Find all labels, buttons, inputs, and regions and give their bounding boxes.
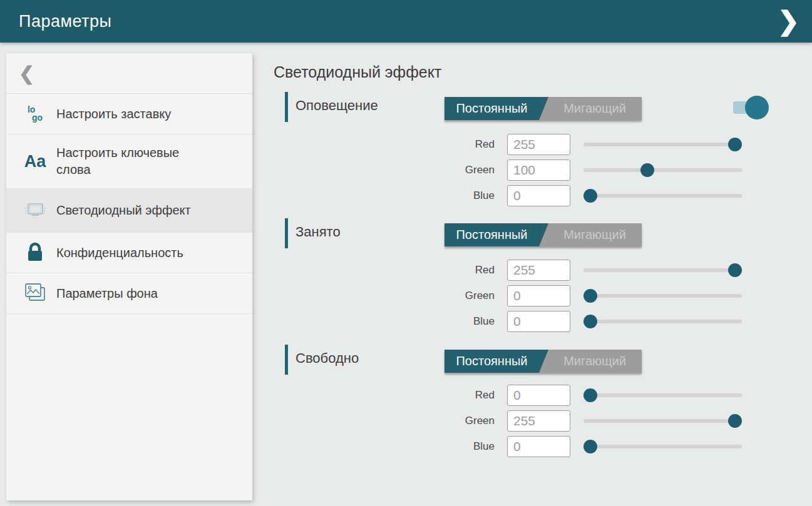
rgb-row-green: Green [438, 410, 751, 432]
green-label: Green [438, 164, 495, 176]
rgb-row-red: Red [438, 260, 751, 281]
slider-track [583, 320, 742, 323]
red-input[interactable] [507, 385, 570, 406]
rgb-row-red: Red [438, 134, 751, 155]
green-label: Green [438, 290, 495, 302]
mode-blinking-button[interactable]: Мигающий [548, 97, 642, 120]
red-label: Red [438, 138, 495, 151]
slider-track [583, 194, 742, 198]
rgb-row-blue: Blue [438, 185, 751, 206]
blue-slider[interactable] [583, 311, 742, 332]
sidebar-item-keywords[interactable]: Aa Настроить ключевые слова [6, 134, 252, 189]
slider-thumb[interactable] [640, 163, 654, 177]
green-input[interactable] [507, 285, 570, 306]
rgb-block-free: Red Green Blue [438, 385, 751, 462]
slider-track [583, 268, 742, 272]
blue-input[interactable] [507, 185, 570, 206]
back-chevron-icon: ❮ [19, 63, 34, 84]
slider-track [583, 168, 742, 172]
sidebar-item-label: Параметры фона [56, 285, 158, 302]
slider-track [583, 294, 742, 298]
logo-icon: logo [22, 101, 48, 127]
blue-slider[interactable] [583, 436, 742, 457]
slider-thumb[interactable] [583, 289, 597, 303]
blue-input[interactable] [507, 311, 570, 332]
slider-track [583, 419, 742, 423]
slider-track [583, 445, 742, 448]
slider-thumb[interactable] [583, 440, 597, 453]
mode-segmented-control: Постоянный Мигающий [445, 97, 642, 120]
red-input[interactable] [507, 260, 570, 281]
background-icon [22, 280, 48, 306]
section-name: Свободно [296, 350, 359, 367]
blue-label: Blue [438, 440, 495, 453]
blue-label: Blue [438, 190, 495, 202]
blue-slider[interactable] [583, 185, 742, 206]
slider-thumb[interactable] [728, 138, 742, 151]
header-bar: Параметры ❯ [0, 0, 812, 43]
notification-toggle[interactable] [733, 95, 772, 120]
sidebar-item-led-effect[interactable]: Светодиодный эффект [6, 189, 252, 233]
rgb-block-notification: Red Green Blue [438, 134, 751, 211]
blue-label: Blue [438, 315, 495, 328]
sidebar-item-screensaver[interactable]: logo Настроить заставку [6, 94, 252, 134]
rgb-row-green: Green [438, 285, 751, 306]
sidebar-item-privacy[interactable]: Конфиденциальность [6, 233, 252, 273]
lock-icon [22, 240, 48, 266]
red-label: Red [438, 389, 495, 402]
sidebar-back-button[interactable]: ❮ [6, 53, 252, 94]
slider-track [583, 393, 742, 397]
accent-bar [285, 218, 288, 248]
slider-thumb[interactable] [583, 388, 597, 402]
slider-thumb[interactable] [583, 315, 597, 328]
keywords-icon: Aa [22, 148, 48, 175]
page-title: Параметры [19, 12, 111, 31]
red-input[interactable] [507, 134, 570, 155]
settings-window: Параметры ❯ ❮ logo Настроить заставку Aa… [0, 0, 812, 506]
mode-blinking-button[interactable]: Мигающий [548, 350, 642, 373]
mode-segmented-control: Постоянный Мигающий [445, 350, 642, 373]
content-title: Светодиодный эффект [274, 63, 441, 81]
accent-bar [285, 345, 288, 375]
red-slider[interactable] [583, 260, 742, 281]
section-header-notification: Оповещение Постоянный Мигающий [274, 92, 806, 122]
slider-thumb[interactable] [728, 414, 742, 428]
mode-segmented-control: Постоянный Мигающий [445, 223, 642, 246]
sidebar-item-background[interactable]: Параметры фона [6, 273, 252, 314]
green-slider[interactable] [583, 410, 742, 432]
mode-blinking-button[interactable]: Мигающий [548, 223, 642, 246]
rgb-row-green: Green [438, 159, 751, 181]
slider-thumb[interactable] [728, 263, 742, 277]
red-slider[interactable] [583, 134, 742, 155]
red-label: Red [438, 264, 495, 276]
forward-chevron-icon[interactable]: ❯ [774, 8, 803, 34]
section-name: Занято [296, 224, 341, 240]
green-slider[interactable] [583, 159, 742, 181]
mode-solid-button[interactable] [445, 223, 548, 246]
sidebar: ❮ logo Настроить заставку Aa Настроить к… [6, 53, 252, 500]
section-header-busy: Занято Постоянный Мигающий [274, 218, 806, 248]
blue-input[interactable] [507, 436, 570, 457]
slider-track [583, 143, 742, 146]
sidebar-item-label: Светодиодный эффект [56, 202, 191, 219]
green-label: Green [438, 415, 495, 427]
section-name: Оповещение [296, 98, 378, 114]
toggle-thumb [745, 96, 769, 119]
sidebar-item-label: Конфиденциальность [56, 245, 183, 261]
rgb-row-blue: Blue [438, 436, 751, 457]
mode-solid-button[interactable] [445, 350, 548, 373]
mode-solid-button[interactable] [445, 97, 548, 120]
red-slider[interactable] [583, 385, 742, 406]
rgb-row-blue: Blue [438, 311, 751, 332]
sidebar-item-label: Настроить ключевые слова [56, 144, 216, 178]
accent-bar [285, 92, 288, 122]
green-input[interactable] [507, 159, 570, 181]
rgb-row-red: Red [438, 385, 751, 406]
slider-thumb[interactable] [583, 189, 597, 203]
led-effect-icon [22, 198, 48, 224]
section-header-free: Свободно Постоянный Мигающий [274, 345, 806, 375]
green-slider[interactable] [583, 285, 742, 306]
sidebar-item-label: Настроить заставку [56, 106, 171, 123]
green-input[interactable] [507, 410, 570, 432]
rgb-block-busy: Red Green Blue [438, 260, 751, 336]
